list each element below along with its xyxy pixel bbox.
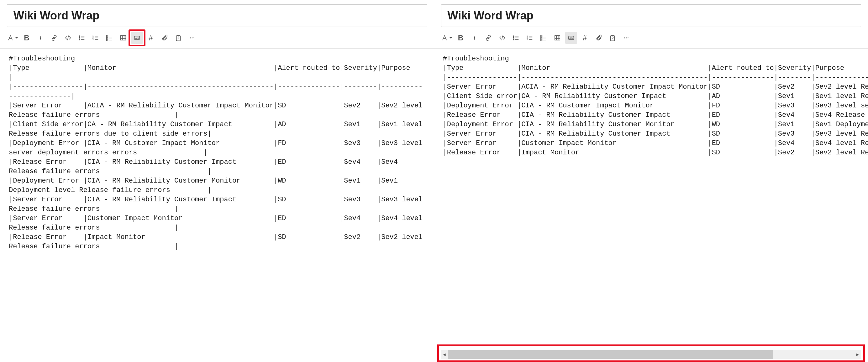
hash-icon[interactable]: # [145,32,157,44]
bulleted-list-icon[interactable] [76,32,88,44]
checklist-icon[interactable] [103,32,115,44]
editor-pane-left: Wiki Word Wrap B I 123 Abc # [0,0,434,362]
horizontal-scrollbar[interactable]: ◄ ► [441,350,861,359]
code-snippet-icon[interactable] [496,32,508,44]
svg-rect-14 [106,37,108,39]
numbered-list-icon[interactable]: 123 [90,32,101,44]
bulleted-list-icon[interactable] [510,32,522,44]
italic-icon[interactable]: I [34,32,46,44]
svg-point-30 [513,36,514,37]
table-icon[interactable] [551,32,563,44]
hash-icon[interactable]: # [579,32,591,44]
word-wrap-icon[interactable]: Abc [565,32,577,44]
bold-icon[interactable]: B [21,32,33,44]
toolbar: B I 123 Abc # [0,29,434,48]
table-icon[interactable] [117,32,129,44]
bold-icon[interactable]: B [455,32,467,44]
editor-content[interactable]: #Troubleshooting |Type |Monitor |Alert r… [0,48,434,362]
svg-point-34 [513,39,514,40]
toolbar: B I 123 Abc # [434,29,868,48]
scroll-track[interactable] [448,350,855,359]
link-icon[interactable] [483,32,494,44]
page-title: Wiki Word Wrap [447,9,855,22]
italic-icon[interactable]: I [469,32,480,44]
svg-text:3: 3 [92,38,94,40]
svg-point-58 [626,38,627,38]
code-snippet-icon[interactable] [62,32,74,44]
work-item-icon[interactable] [173,32,184,44]
editor-content[interactable]: #Troubleshooting |Type |Monitor |Alert r… [434,48,868,362]
svg-point-27 [190,38,191,38]
svg-point-28 [192,38,193,38]
page-title: Wiki Word Wrap [13,9,421,22]
editor-pane-right: Wiki Word Wrap B I 123 Abc # [434,0,868,362]
checklist-icon[interactable] [537,32,550,44]
attachment-icon[interactable] [593,32,605,44]
work-item-icon[interactable] [607,32,618,44]
svg-text:3: 3 [526,38,528,40]
svg-rect-16 [106,39,108,41]
numbered-list-icon[interactable]: 123 [524,32,536,44]
word-wrap-icon[interactable]: Abc [131,32,143,44]
format-icon[interactable] [441,32,453,44]
svg-point-57 [624,38,625,38]
svg-rect-48 [555,36,560,40]
svg-rect-46 [540,39,542,41]
more-icon[interactable] [620,32,632,44]
title-bar[interactable]: Wiki Word Wrap [441,4,861,27]
format-icon[interactable] [7,32,19,44]
svg-rect-18 [121,36,126,40]
link-icon[interactable] [48,32,60,44]
svg-point-59 [627,38,628,38]
svg-point-29 [193,38,194,38]
more-icon[interactable] [186,32,198,44]
svg-point-2 [79,38,80,38]
svg-text:Abc: Abc [569,37,574,39]
attachment-icon[interactable] [159,32,170,44]
svg-text:Abc: Abc [135,37,140,39]
scroll-right-arrow[interactable]: ► [854,350,861,359]
scroll-left-arrow[interactable]: ◄ [441,350,448,359]
svg-point-0 [79,36,80,37]
title-bar[interactable]: Wiki Word Wrap [7,4,427,27]
svg-point-4 [79,39,80,40]
svg-rect-44 [540,37,542,39]
svg-point-32 [513,38,514,38]
scroll-thumb[interactable] [448,350,773,359]
